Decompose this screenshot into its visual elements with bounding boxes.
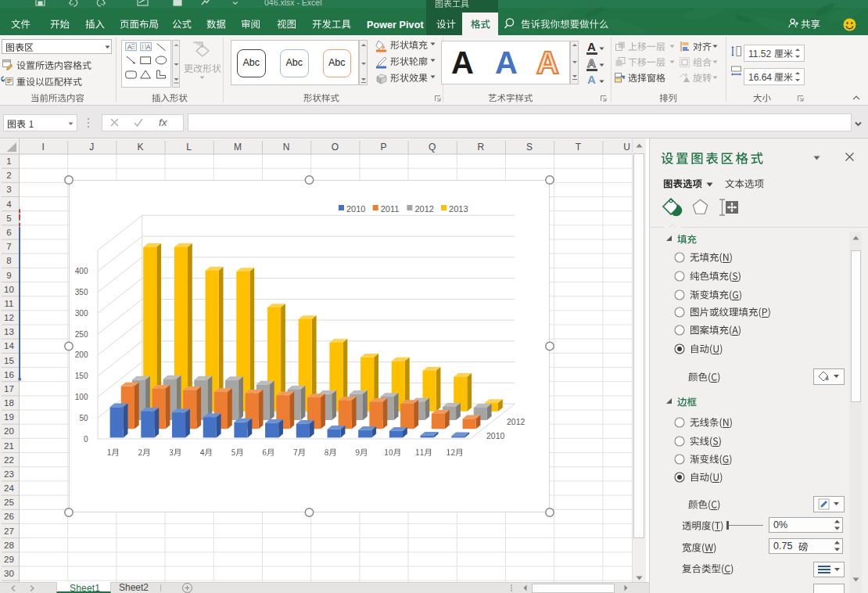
svg-text:13: 13 — [4, 327, 14, 336]
svg-text:U: U — [623, 142, 630, 153]
svg-text:I: I — [41, 142, 44, 153]
svg-text:Q: Q — [429, 142, 436, 153]
svg-text:J: J — [89, 142, 94, 153]
svg-text:17: 17 — [4, 384, 14, 394]
svg-text:2010: 2010 — [486, 431, 505, 440]
svg-text:24: 24 — [4, 483, 14, 493]
svg-text:200: 200 — [75, 350, 88, 359]
svg-text:4: 4 — [6, 199, 12, 209]
svg-text:S: S — [526, 142, 533, 153]
svg-text:250: 250 — [75, 330, 88, 339]
svg-text:2010: 2010 — [346, 204, 365, 214]
svg-text:21: 21 — [4, 441, 14, 451]
svg-text:10: 10 — [4, 285, 14, 294]
svg-text:19: 19 — [4, 412, 14, 422]
svg-text:27: 27 — [4, 527, 14, 536]
svg-text:14: 14 — [4, 341, 14, 350]
svg-text:7: 7 — [6, 242, 11, 251]
svg-text:20: 20 — [4, 426, 14, 436]
svg-text:26: 26 — [4, 512, 14, 521]
svg-text:2011: 2011 — [381, 204, 400, 214]
svg-text:100: 100 — [75, 393, 88, 401]
svg-text:A: A — [127, 44, 132, 51]
svg-text:O: O — [332, 142, 339, 153]
svg-text:15: 15 — [4, 356, 14, 365]
svg-text:22: 22 — [4, 455, 14, 465]
svg-text:2012: 2012 — [414, 204, 433, 214]
svg-text:16: 16 — [4, 370, 14, 379]
svg-text:29: 29 — [4, 555, 14, 564]
svg-text:12: 12 — [4, 313, 14, 322]
svg-text:M: M — [234, 142, 242, 153]
svg-text:400: 400 — [75, 267, 88, 275]
svg-text:T: T — [576, 142, 582, 153]
svg-text:K: K — [137, 142, 143, 153]
svg-text:18: 18 — [4, 398, 14, 408]
svg-text:28: 28 — [4, 541, 14, 550]
svg-text:11: 11 — [5, 299, 14, 308]
svg-text:N: N — [283, 142, 290, 153]
svg-text:A: A — [146, 44, 151, 51]
svg-text:8: 8 — [6, 256, 11, 265]
svg-text:150: 150 — [75, 372, 88, 380]
svg-text:25: 25 — [4, 498, 14, 507]
svg-text:2013: 2013 — [449, 204, 468, 214]
svg-text:50: 50 — [79, 414, 88, 422]
svg-text:0: 0 — [84, 435, 88, 444]
svg-text:300: 300 — [75, 309, 88, 318]
svg-text:1: 1 — [6, 156, 11, 166]
svg-text:2: 2 — [6, 171, 11, 180]
svg-text:L: L — [186, 142, 192, 153]
svg-text:9: 9 — [6, 271, 11, 280]
svg-text:2012: 2012 — [507, 417, 525, 426]
svg-text:P: P — [380, 142, 386, 153]
svg-text:R: R — [478, 142, 485, 153]
svg-text:23: 23 — [4, 469, 14, 479]
svg-text:6: 6 — [6, 228, 11, 237]
svg-text:5: 5 — [6, 214, 11, 223]
svg-text:30: 30 — [4, 569, 14, 578]
svg-text:350: 350 — [75, 288, 88, 296]
svg-text:3: 3 — [6, 185, 11, 194]
